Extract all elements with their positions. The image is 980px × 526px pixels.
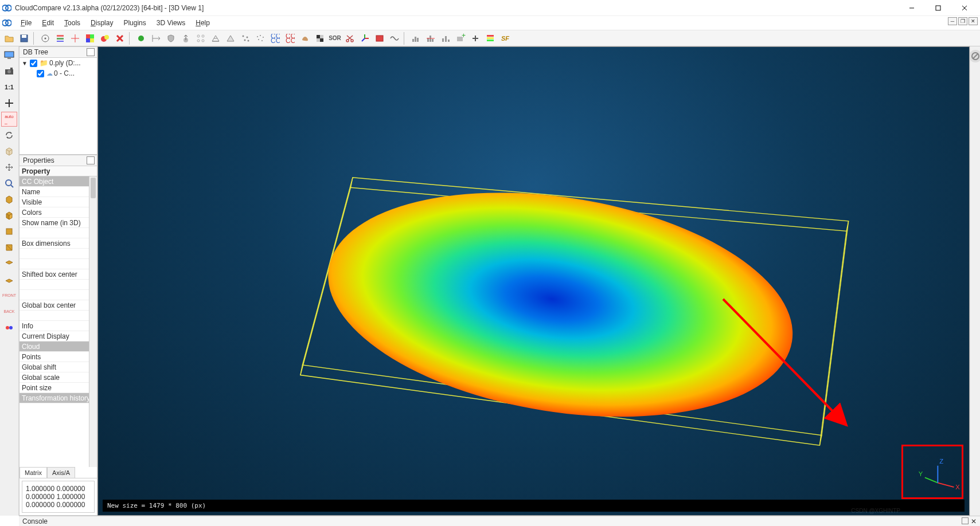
- crosshair-plus-icon[interactable]: [1, 96, 17, 111]
- property-row[interactable]: Points: [19, 352, 97, 362]
- tree-child-checkbox[interactable]: [37, 70, 44, 77]
- menu-edit[interactable]: Edit: [37, 17, 58, 29]
- property-row[interactable]: [19, 228, 97, 238]
- stereo-icon[interactable]: [1, 320, 17, 335]
- center-icon[interactable]: [68, 32, 82, 45]
- save-icon[interactable]: [17, 32, 31, 45]
- minimize-button[interactable]: [899, 0, 925, 16]
- property-row[interactable]: Point size: [19, 383, 97, 393]
- 3d-viewport[interactable]: X Y Z New size = 1479 * 800 (px) CSDN @X…: [97, 46, 970, 516]
- menu-help[interactable]: Help: [191, 17, 214, 29]
- close-button[interactable]: [951, 0, 978, 16]
- hist2-icon[interactable]: [424, 32, 438, 45]
- properties-header[interactable]: Properties: [19, 155, 97, 166]
- property-row[interactable]: Box dimensions: [19, 238, 97, 249]
- cc-blue-icon[interactable]: CCCC: [268, 32, 282, 45]
- top-icon[interactable]: [1, 224, 17, 239]
- menu-plugins[interactable]: Plugins: [119, 17, 150, 29]
- list-icon[interactable]: [53, 32, 67, 45]
- refresh-icon[interactable]: [1, 128, 17, 143]
- iso3-icon[interactable]: [1, 256, 17, 271]
- add-layer-icon[interactable]: +: [454, 32, 467, 45]
- close-icon[interactable]: ✕: [971, 517, 978, 524]
- tab-matrix[interactable]: Matrix: [19, 467, 47, 478]
- translate-icon[interactable]: [1, 160, 17, 175]
- grid-icon[interactable]: [194, 32, 208, 45]
- menu-tools[interactable]: Tools: [60, 17, 85, 29]
- mdi-minimize-button[interactable]: ─: [948, 17, 957, 25]
- checker-icon[interactable]: [313, 32, 327, 45]
- property-row[interactable]: Name: [19, 187, 97, 197]
- camera-icon[interactable]: [1, 64, 17, 78]
- plus-icon[interactable]: [468, 32, 482, 45]
- zoom-icon[interactable]: [1, 176, 17, 191]
- colorbar-icon[interactable]: [483, 32, 497, 45]
- sf-icon[interactable]: SF: [498, 32, 512, 45]
- property-row[interactable]: [19, 249, 97, 259]
- tree-row-child[interactable]: ☁ 0 - C...: [19, 68, 97, 78]
- property-row[interactable]: Info: [19, 321, 97, 331]
- back-icon[interactable]: BACK: [1, 304, 17, 319]
- property-row[interactable]: Colors: [19, 207, 97, 218]
- hist1-icon[interactable]: [409, 32, 423, 45]
- wave-icon[interactable]: [388, 32, 401, 45]
- tab-axis[interactable]: Axis/A: [47, 467, 75, 478]
- collapse-icon[interactable]: ▼: [22, 60, 28, 66]
- property-row[interactable]: Global shift: [19, 362, 97, 372]
- delete-icon[interactable]: [113, 32, 127, 45]
- merge-icon[interactable]: [439, 32, 452, 45]
- book-icon[interactable]: [373, 32, 386, 45]
- iso4-icon[interactable]: [1, 272, 17, 287]
- pick-icon[interactable]: [38, 32, 52, 45]
- property-row[interactable]: [19, 280, 97, 290]
- lock-icon[interactable]: [969, 50, 981, 62]
- front-icon[interactable]: FRONT: [1, 288, 17, 303]
- property-row[interactable]: Current Display: [19, 331, 97, 341]
- maximize-button[interactable]: [925, 0, 951, 16]
- scissors-icon[interactable]: [343, 32, 357, 45]
- property-row[interactable]: Global scale: [19, 372, 97, 383]
- dock-icon[interactable]: [87, 48, 95, 56]
- points1-icon[interactable]: [239, 32, 252, 45]
- tree-root-checkbox[interactable]: [30, 60, 37, 67]
- menu-3dviews[interactable]: 3D Views: [152, 17, 190, 29]
- left-icon[interactable]: [1, 240, 17, 255]
- scale-1to1-icon[interactable]: 1:1: [1, 80, 17, 95]
- property-row[interactable]: Global box center: [19, 300, 97, 311]
- iso-icon[interactable]: [1, 192, 17, 207]
- properties-scrollbar[interactable]: [89, 176, 97, 467]
- property-row[interactable]: [19, 311, 97, 321]
- cc-red-icon[interactable]: CCCC: [283, 32, 297, 45]
- mesh-icon[interactable]: [209, 32, 222, 45]
- dim-icon[interactable]: [149, 32, 163, 45]
- property-row[interactable]: Visible: [19, 197, 97, 207]
- shield-icon[interactable]: [164, 32, 178, 45]
- colorize-icon[interactable]: [98, 32, 112, 45]
- menu-display[interactable]: Display: [86, 17, 118, 29]
- dock-icon[interactable]: [87, 156, 95, 164]
- cube1-icon[interactable]: [1, 144, 17, 159]
- tree-row-root[interactable]: ▼ 📁 0.ply (D:...: [19, 58, 97, 68]
- rock-icon[interactable]: [298, 32, 312, 45]
- console-panel[interactable]: Console ✕: [19, 516, 980, 526]
- normals-icon[interactable]: [179, 32, 193, 45]
- property-row[interactable]: Show name (in 3D): [19, 218, 97, 228]
- dock-icon[interactable]: [962, 517, 969, 524]
- points2-icon[interactable]: [253, 32, 267, 45]
- property-row[interactable]: [19, 290, 97, 300]
- mdi-restore-button[interactable]: ❐: [958, 17, 967, 25]
- property-row[interactable]: Shifted box center: [19, 269, 97, 280]
- dbtree-header[interactable]: DB Tree: [19, 46, 97, 58]
- auto-icon[interactable]: auto⎯: [1, 112, 17, 127]
- color-icon[interactable]: [83, 32, 97, 45]
- open-icon[interactable]: [2, 32, 16, 45]
- axis-icon[interactable]: [358, 32, 372, 45]
- property-row[interactable]: [19, 259, 97, 269]
- iso2-icon[interactable]: [1, 208, 17, 223]
- triangulate-icon[interactable]: [224, 32, 237, 45]
- sor-icon[interactable]: SOR: [328, 32, 342, 45]
- point-green-icon[interactable]: [134, 32, 148, 45]
- menu-file[interactable]: File: [16, 17, 36, 29]
- mdi-close-button[interactable]: ✕: [969, 17, 978, 25]
- monitor-icon[interactable]: [1, 48, 17, 62]
